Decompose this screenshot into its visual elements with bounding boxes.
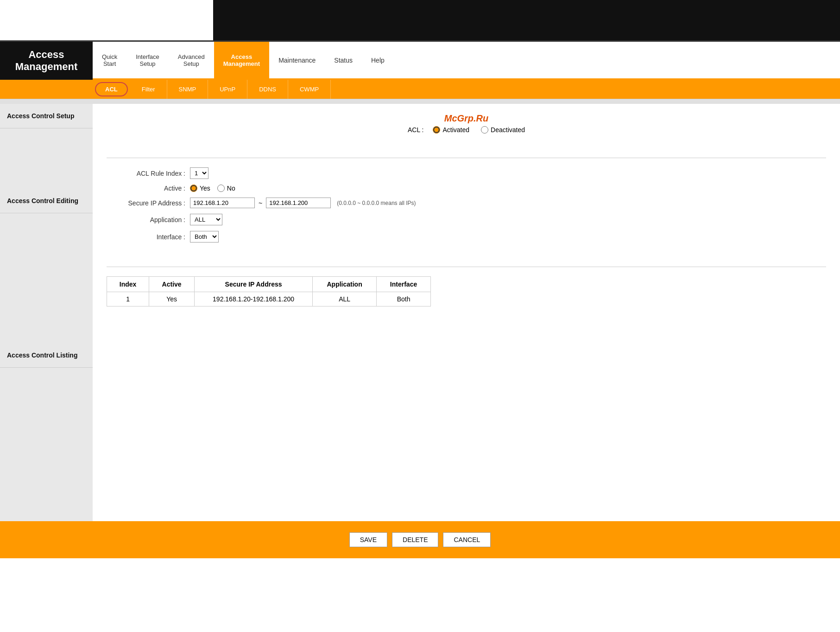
ip-range-separator: ~: [259, 199, 262, 207]
application-label: Application :: [107, 216, 185, 223]
active-no-radio[interactable]: [217, 185, 225, 192]
ip-from-input[interactable]: [190, 198, 255, 208]
col-secure-ip: Secure IP Address: [194, 277, 312, 292]
tab-interface-setup[interactable]: Interface Setup: [126, 42, 169, 78]
header-right: [213, 0, 840, 40]
active-label: Active :: [107, 185, 185, 192]
cell-active: Yes: [149, 292, 195, 306]
acl-listing-table: Index Active Secure IP Address Applicati…: [107, 276, 431, 306]
sub-tab-filter[interactable]: Filter: [130, 80, 167, 99]
ip-hint: (0.0.0.0 ~ 0.0.0.0 means all IPs): [337, 200, 416, 206]
ip-to-input[interactable]: [266, 198, 331, 208]
sidebar-brand: Access Management: [0, 42, 93, 80]
sub-tab-upnp[interactable]: UPnP: [208, 80, 247, 99]
interface-label: Interface :: [107, 233, 185, 241]
header: [0, 0, 840, 42]
active-radio-group: Yes No: [190, 185, 235, 192]
nav-wrapper: Access Management Quick Start Interface …: [0, 42, 840, 99]
radio-deactivated[interactable]: Deactivated: [481, 126, 525, 134]
acl-deactivated-radio[interactable]: [481, 126, 488, 134]
sub-tab-snmp[interactable]: SNMP: [167, 80, 208, 99]
secure-ip-label: Secure IP Address :: [107, 199, 185, 207]
sidebar-item-access-control-listing[interactable]: Access Control Listing: [0, 343, 93, 368]
col-interface: Interface: [377, 277, 431, 292]
sub-tab-ddns[interactable]: DDNS: [247, 80, 288, 99]
acl-activated-label: Activated: [442, 126, 469, 134]
active-no-label: No: [227, 185, 235, 192]
delete-button[interactable]: DELETE: [392, 532, 438, 547]
watermark-text: McGrp.Ru: [107, 113, 826, 124]
content-wrapper: Access Control Setup Access Control Edit…: [0, 104, 840, 521]
application-row: Application : ALL HTTP Telnet FTP SNMP: [107, 214, 826, 225]
sidebar-item-access-control-setup[interactable]: Access Control Setup: [0, 104, 93, 128]
secure-ip-row: Secure IP Address : ~ (0.0.0.0 ~ 0.0.0.0…: [107, 198, 826, 208]
application-select[interactable]: ALL HTTP Telnet FTP SNMP: [190, 214, 222, 225]
save-button[interactable]: SAVE: [349, 532, 387, 547]
footer-bar: SAVE DELETE CANCEL: [0, 521, 840, 558]
tab-advanced-setup[interactable]: Advanced Setup: [169, 42, 214, 78]
rule-index-row: ACL Rule Index : 1 2 3: [107, 167, 826, 179]
radio-activated[interactable]: Activated: [433, 126, 469, 134]
interface-select[interactable]: Both LAN WAN: [190, 231, 219, 243]
cell-interface: Both: [377, 292, 431, 306]
col-active: Active: [149, 277, 195, 292]
tab-quick-start[interactable]: Quick Start: [93, 42, 126, 78]
radio-yes[interactable]: Yes: [190, 185, 210, 192]
rule-index-select[interactable]: 1 2 3: [190, 167, 208, 179]
cell-application: ALL: [313, 292, 377, 306]
acl-editing-section: ACL Rule Index : 1 2 3 Active : Yes: [107, 167, 826, 255]
table-row: 1 Yes 192.168.1.20-192.168.1.200 ALL Bot…: [107, 292, 431, 306]
tab-help[interactable]: Help: [362, 42, 394, 78]
header-left: [0, 0, 213, 40]
acl-listing-section: Index Active Secure IP Address Applicati…: [107, 276, 826, 313]
content-sidebar: Access Control Setup Access Control Edit…: [0, 104, 93, 521]
cell-secure-ip: 192.168.1.20-192.168.1.200: [194, 292, 312, 306]
tab-access-management[interactable]: Access Management: [214, 42, 269, 78]
acl-setup-section: McGrp.Ru ACL : Activated Deactivated: [107, 113, 826, 146]
acl-label: ACL :: [408, 126, 424, 134]
cancel-button[interactable]: CANCEL: [443, 532, 491, 547]
sub-tab-cwmp[interactable]: CWMP: [288, 80, 331, 99]
sidebar-item-access-control-editing[interactable]: Access Control Editing: [0, 189, 93, 213]
cell-index: 1: [107, 292, 149, 306]
divider: [0, 99, 840, 104]
ip-range-inputs: ~ (0.0.0.0 ~ 0.0.0.0 means all IPs): [190, 198, 416, 208]
content-main: McGrp.Ru ACL : Activated Deactivated ACL…: [93, 104, 840, 521]
active-row: Active : Yes No: [107, 185, 826, 192]
tab-maintenance[interactable]: Maintenance: [269, 42, 325, 78]
active-yes-radio[interactable]: [190, 185, 197, 192]
acl-deactivated-label: Deactivated: [491, 126, 525, 134]
nav-tabs: Quick Start Interface Setup Advanced Set…: [93, 42, 840, 80]
active-yes-label: Yes: [200, 185, 210, 192]
top-nav-row: Access Management Quick Start Interface …: [0, 42, 840, 80]
radio-no[interactable]: No: [217, 185, 235, 192]
sidebar-brand-text: Access Management: [7, 49, 86, 73]
acl-status-row: ACL : Activated Deactivated: [107, 126, 826, 134]
sub-tab-acl[interactable]: ACL: [95, 82, 128, 96]
rule-index-label: ACL Rule Index :: [107, 170, 185, 177]
acl-activated-radio[interactable]: [433, 126, 440, 134]
interface-row: Interface : Both LAN WAN: [107, 231, 826, 243]
col-index: Index: [107, 277, 149, 292]
tab-status[interactable]: Status: [325, 42, 362, 78]
col-application: Application: [313, 277, 377, 292]
